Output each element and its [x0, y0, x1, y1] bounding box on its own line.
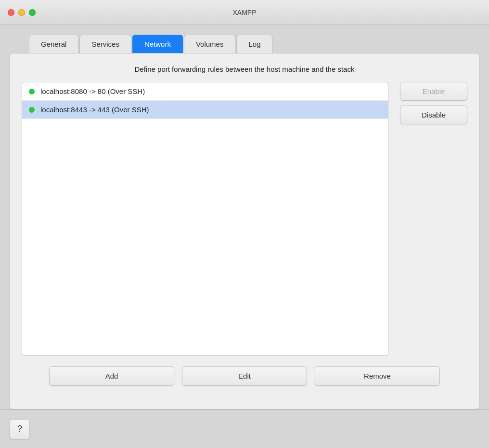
- tab-general[interactable]: General: [29, 35, 78, 53]
- panel-description: Define port forwarding rules between the…: [22, 65, 467, 73]
- list-empty-area: [22, 119, 388, 355]
- disable-button[interactable]: Disable: [400, 105, 467, 124]
- tab-log[interactable]: Log: [236, 35, 272, 53]
- enable-button[interactable]: Enable: [400, 82, 467, 101]
- window-title: XAMPP: [232, 9, 256, 16]
- port-rule-label: localhost:8080 -> 80 (Over SSH): [40, 87, 145, 95]
- tab-volumes[interactable]: Volumes: [184, 35, 236, 53]
- minimize-button[interactable]: [18, 9, 25, 16]
- add-button[interactable]: Add: [49, 366, 174, 386]
- main-content: General Services Network Volumes Log Def…: [0, 25, 489, 409]
- help-label: ?: [17, 424, 22, 434]
- footer: ?: [0, 409, 489, 448]
- window-controls[interactable]: [8, 9, 36, 16]
- title-bar: XAMPP: [0, 0, 489, 25]
- list-item[interactable]: localhost:8080 -> 80 (Over SSH): [22, 82, 388, 101]
- bottom-buttons: Add Edit Remove: [22, 366, 467, 397]
- network-panel: Define port forwarding rules between the…: [10, 53, 479, 409]
- tab-network[interactable]: Network: [132, 35, 183, 53]
- remove-button[interactable]: Remove: [315, 366, 440, 386]
- list-item[interactable]: localhost:8443 -> 443 (Over SSH): [22, 101, 388, 119]
- tab-services[interactable]: Services: [79, 35, 131, 53]
- tab-bar: General Services Network Volumes Log: [10, 35, 479, 53]
- close-button[interactable]: [8, 9, 14, 16]
- status-dot-active: [29, 107, 35, 113]
- status-dot-active: [29, 89, 35, 94]
- port-rule-label: localhost:8443 -> 443 (Over SSH): [40, 105, 149, 114]
- maximize-button[interactable]: [29, 9, 36, 16]
- port-list[interactable]: localhost:8080 -> 80 (Over SSH) localhos…: [22, 82, 388, 356]
- side-buttons: Enable Disable: [400, 82, 467, 356]
- edit-button[interactable]: Edit: [182, 366, 307, 386]
- help-button[interactable]: ?: [10, 419, 30, 439]
- panel-body: localhost:8080 -> 80 (Over SSH) localhos…: [22, 82, 467, 356]
